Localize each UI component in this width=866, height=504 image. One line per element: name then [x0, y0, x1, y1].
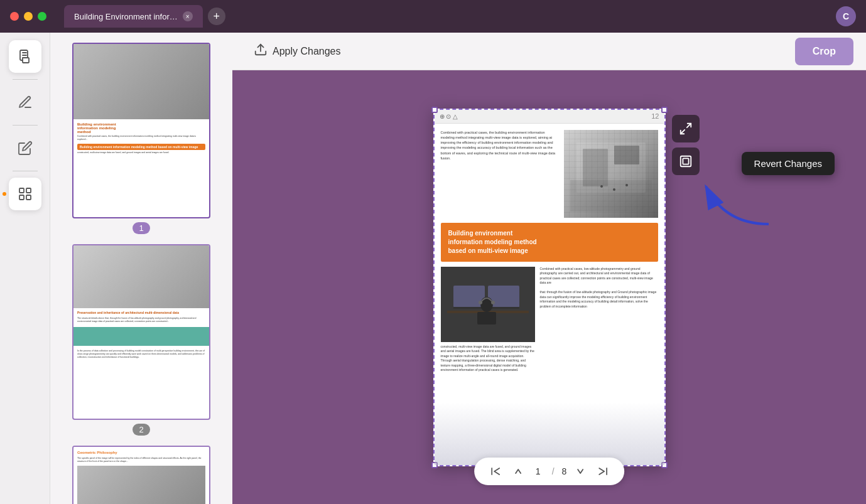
thumbnail-page-2[interactable]: Preservation and inheritance of architec…	[58, 244, 225, 436]
sidebar-divider-2	[13, 125, 38, 126]
expand-icon	[679, 122, 693, 136]
page-content: Combined with practical cases, the build…	[435, 124, 664, 465]
thumb1-building-img	[73, 44, 209, 119]
svg-rect-11	[570, 180, 652, 212]
crop-button[interactable]: Crop	[795, 38, 853, 65]
page-toolbar-icons: ⊕ ⊙ △	[440, 113, 458, 120]
person-svg	[441, 267, 535, 342]
svg-rect-8	[576, 142, 646, 193]
maximize-traffic-light[interactable]	[38, 12, 46, 21]
sidebar-divider-1	[13, 79, 38, 80]
add-tab-button[interactable]: +	[208, 8, 225, 25]
apply-changes-button[interactable]: Apply Changes	[245, 38, 350, 65]
sidebar-item-edit[interactable]	[9, 132, 41, 164]
document-page: ⊕ ⊙ △ 12 Combined with practical cases, …	[433, 109, 666, 466]
selection-handle-tr[interactable]	[661, 107, 668, 113]
svg-rect-7	[564, 130, 658, 218]
page-bottom-left-text: constructed, multi-view image data are f…	[441, 345, 535, 373]
selection-handle-br[interactable]	[661, 462, 668, 468]
svg-rect-2	[19, 188, 24, 193]
svg-line-26	[680, 129, 684, 133]
thumb2-footer: In the process of data collection and pr…	[73, 348, 209, 360]
titlebar: Building Environment infor… × + C	[0, 0, 866, 33]
page-bottom-right: Combined with practical cases, low-altit…	[540, 267, 658, 459]
next-page-button[interactable]	[571, 463, 589, 480]
page-building-image	[564, 130, 658, 218]
thumbnail-page-1[interactable]: Building environmentinformation modeling…	[58, 43, 225, 234]
active-tab[interactable]: Building Environment infor… ×	[64, 5, 203, 28]
sidebar-icons	[0, 33, 50, 504]
svg-point-23	[479, 301, 482, 304]
svg-rect-22	[477, 312, 496, 324]
tab-close-button[interactable]: ×	[183, 11, 193, 21]
sidebar-item-document[interactable]	[9, 40, 41, 73]
page-separator: /	[552, 466, 555, 476]
building-img-content	[564, 130, 658, 218]
traffic-lights	[10, 12, 46, 21]
document-icon	[18, 49, 33, 64]
svg-point-21	[480, 297, 493, 312]
thumb2-teal-bar	[73, 327, 209, 346]
thumb3-title: Geometric Philosophy	[77, 451, 205, 454]
main-layout: Building environmentinformation modeling…	[0, 33, 866, 504]
svg-point-24	[491, 301, 495, 304]
thumb3-body: The specific panel of the image will be …	[77, 457, 205, 463]
sidebar-item-layers[interactable]	[9, 178, 41, 210]
minimize-traffic-light[interactable]	[24, 12, 33, 21]
sidebar-divider-3	[13, 171, 38, 171]
layers-icon	[18, 186, 33, 201]
thumb-frame-2[interactable]: Preservation and inheritance of architec…	[72, 244, 210, 420]
svg-rect-4	[19, 195, 24, 200]
prev-page-icon	[514, 468, 522, 475]
crop-inner-tool-button[interactable]	[672, 147, 700, 175]
edit-icon	[18, 141, 33, 156]
close-traffic-light[interactable]	[10, 12, 19, 21]
svg-rect-5	[26, 195, 31, 200]
thumb1-image	[73, 44, 209, 119]
next-page-icon	[576, 468, 584, 475]
thumb2-image	[73, 245, 209, 308]
last-page-icon	[598, 467, 607, 476]
apply-changes-icon	[254, 43, 268, 60]
total-pages-display: 8	[562, 466, 567, 476]
thumb1-orange-bar: Building environment information modelin…	[77, 144, 205, 150]
selection-handle-bl[interactable]	[431, 462, 438, 468]
expand-tool-button[interactable]	[672, 115, 700, 142]
svg-line-25	[686, 123, 690, 127]
prev-page-button[interactable]	[509, 463, 527, 480]
svg-rect-1	[23, 58, 29, 63]
first-page-icon	[491, 467, 500, 476]
svg-point-14	[625, 184, 628, 186]
page-orange-title: Building environment information modelin…	[441, 223, 658, 262]
tab-bar: Building Environment infor… × +	[64, 5, 828, 28]
sidebar-item-pen[interactable]	[9, 86, 41, 119]
thumb2-body: The structural details above that, throu…	[73, 316, 209, 324]
svg-rect-10	[614, 146, 639, 164]
page-viewer: ⊕ ⊙ △ 12 Combined with practical cases, …	[232, 70, 866, 504]
last-page-button[interactable]	[594, 463, 612, 480]
arrow-indicator	[687, 174, 775, 230]
first-page-button[interactable]	[487, 463, 504, 480]
svg-point-12	[600, 185, 603, 188]
thumb1-title: Building environmentinformation modeling…	[77, 122, 205, 134]
tab-title: Building Environment infor…	[74, 12, 178, 21]
page-top-section: Combined with practical cases, the build…	[441, 130, 658, 218]
revert-changes-popup[interactable]: Revert Changes	[742, 152, 835, 175]
user-avatar[interactable]: C	[836, 6, 856, 26]
svg-point-13	[613, 188, 615, 191]
svg-rect-18	[453, 307, 485, 309]
thumb1-content: Building environmentinformation modeling…	[73, 119, 209, 158]
toolbar: Apply Changes Crop	[232, 33, 866, 70]
thumb-frame-3[interactable]: Geometric Philosophy The specific panel …	[72, 446, 210, 504]
thumbnail-page-3[interactable]: Geometric Philosophy The specific panel …	[58, 446, 225, 504]
current-page-display: 1	[532, 466, 544, 476]
page-toolbar: ⊕ ⊙ △ 12	[435, 110, 664, 124]
page-navigation: 1 / 8	[474, 458, 625, 485]
selection-handle-tl[interactable]	[431, 107, 438, 113]
crop-inner-icon	[679, 154, 693, 168]
thumb-frame-1[interactable]: Building environmentinformation modeling…	[72, 43, 210, 218]
page-bottom-section: constructed, multi-view image data are f…	[441, 267, 658, 459]
content-area: Apply Changes Crop ⊕ ⊙ △ 12	[232, 33, 866, 504]
thumbnails-panel: Building environmentinformation modeling…	[50, 33, 232, 504]
thumb2-title: Preservation and inheritance of architec…	[73, 308, 209, 316]
